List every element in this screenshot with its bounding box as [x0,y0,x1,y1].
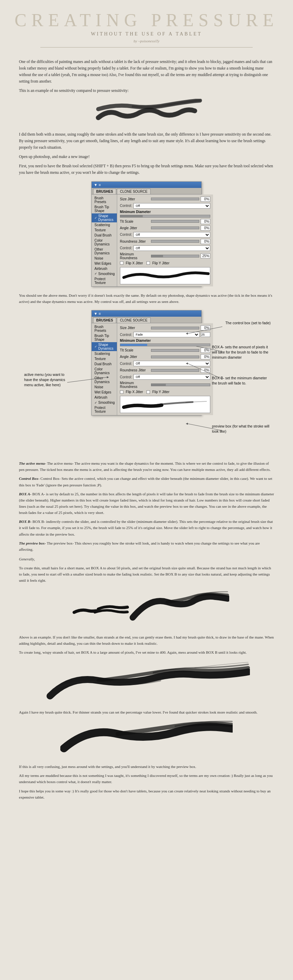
box-b-bold: BOX B- [19,519,31,523]
ps-item-noise-2[interactable]: Noise [92,385,117,390]
ps-min-round-slider-1[interactable]: 25% [151,253,210,259]
ps-control-select-1[interactable]: Off Fade Pen Pressure [133,203,210,208]
ps-control-row3-1: Control: Off [120,245,210,251]
ps-min-diam-slider-1[interactable] [120,215,210,218]
generally-text: To create thin, small hairs for a short … [19,565,274,584]
ps-item-wet-edges-1[interactable]: Wet Edges [92,261,117,266]
ps-panel-2-tabs[interactable]: BRUSHES CLONE SOURCE [92,317,201,323]
ps-item-other-dyn-1[interactable]: Other Dynamics [92,247,117,256]
ps-item-texture-1[interactable]: Texture [92,228,117,233]
page-wrapper: CREATING PRESSURE WITHOUT THE USE OF A T… [0,0,293,821]
ps-min-diam-slider-2[interactable] [120,344,210,346]
author-text: by ~poisonessiTy [14,39,279,43]
ps-angle-value-2: 0% [201,354,210,360]
generally-italic: Generally, [19,557,35,561]
ps-item-texture-2[interactable]: Texture [92,356,117,361]
ps-min-diam-track-2 [120,344,210,346]
ps-item-smoothing-1[interactable]: Smoothing [92,271,117,277]
ps-fade-number-input-2[interactable] [201,332,210,337]
ps-round-label-1: Roundness Jitter [120,240,151,243]
main-title: CREATING PRESSURE [14,10,279,30]
ps-min-round-slider-2[interactable] [151,383,210,386]
ps-item-scattering-2[interactable]: Scattering [92,351,117,356]
ps-angle-label-1: Angle Jitter [120,226,151,230]
ps-item-airbrush-1[interactable]: Airbrush [92,266,117,271]
ps-flip-x-checkbox-1[interactable] [120,261,123,265]
ps-tab-clone-2[interactable]: CLONE SOURCE [117,317,151,323]
ps-tab-brushes-2[interactable]: BRUSHES [93,317,116,323]
ps-item-color-dyn-2[interactable]: Color Dynamics [92,367,117,375]
ps-item-other-dyn-2[interactable]: Other Dynamics [92,375,117,385]
ps-item-brush-tip-1[interactable]: Brush Tip Shape [92,204,117,213]
ps-control-fade-select-2[interactable]: Fade Off [133,332,200,337]
box-a-desc: BOX A- BOX A- is set by default to 25, t… [19,491,274,516]
ps-control-row3-2: Control: Off [120,374,210,380]
descriptions-section: The active menu- The active menu- The ac… [19,460,274,552]
ps-item-brush-tip-2[interactable]: Brush Tip Shape [92,333,117,342]
ps-min-round-track-2 [151,383,210,386]
active-menu-bold: The active menu- [19,461,46,465]
ps-tilt-scale-label-2: Tlt Scale [120,348,151,352]
ps-control-label2-1: Control: [120,233,132,237]
ps-item-smoothing-2[interactable]: Smoothing [92,400,117,405]
ps-right-panel-2: Size Jitter 0% Control: Fade O [117,323,213,415]
ps-flip-x-label-2: Flip X Jitter [126,390,143,394]
annotation-box-a: BOX A- sets the amount of pixels it will… [212,345,271,360]
ps-item-brush-presets-2[interactable]: Brush Presets [92,324,117,333]
ps-control-label3-2: Control: [120,375,132,379]
ps-control-select2-1[interactable]: Off [133,232,210,237]
ps-control-select3-1[interactable]: Off [133,245,210,251]
ps-panel-1-wrapper: ▼ ≡ BRUSHES CLONE SOURCE Brush Presets B… [19,181,274,287]
ps-item-scattering-1[interactable]: Scattering [92,223,117,228]
intro-p2: This is an example of no sensitivity com… [19,88,274,94]
generally-section: Generally, To create thin, small hairs f… [19,556,274,584]
ps-control-row2-1: Control: Off [120,232,210,237]
bottom-text-section: Again I have my brush quite thick. For t… [19,709,274,715]
ps-size-jitter-slider-1[interactable]: 0% [151,197,210,202]
ps-item-protect-tex-2[interactable]: Protect Texture [92,405,117,414]
ps-item-color-dyn-1[interactable]: Color Dynamics [92,238,117,247]
ps-flip-y-checkbox-1[interactable] [146,261,150,265]
ps-tilt-slider-2[interactable]: 0% [151,348,210,353]
active-menu-desc: The active menu- The active menu- The ac… [19,460,274,473]
ps-tilt-value-2: 0% [201,348,210,353]
intro-p5: First, you need to have the Brush tool s… [19,163,274,176]
main-content: One of the difficulties of painting mane… [0,55,293,807]
generally-label: Generally, [19,556,274,562]
ps-item-shape-dyn-2[interactable]: Shape Dynamics [92,342,117,351]
ps-left-panel-2: Brush Presets Brush Tip Shape Shape Dyna… [92,323,117,415]
ps-item-airbrush-2[interactable]: Airbrush [92,395,117,400]
ps-round-slider-2[interactable]: 0% [151,368,210,373]
thick-text: Again I have my brush quite thick. For t… [19,709,274,715]
ps-tilt-slider-1[interactable]: 0% [151,219,210,224]
ps-item-wet-edges-2[interactable]: Wet Edges [92,390,117,395]
ps-panel-1-tabs[interactable]: BRUSHES CLONE SOURCE [92,188,201,194]
ps-round-track-1 [151,240,199,243]
ps-control-select2-2[interactable]: Off [133,361,210,366]
ps-tilt-value-1: 0% [201,219,210,224]
ps-size-jitter-slider-2[interactable]: 0% [151,325,210,331]
ps-flip-x-checkbox-2[interactable] [120,390,123,394]
ps-angle-slider-1[interactable]: 0% [151,226,210,231]
ps-control-select3-2[interactable]: Off [133,374,210,380]
ps-flip-row-2: Flip X Jitter Flip Y Jitter [120,390,210,394]
ps-item-shape-dyn-1[interactable]: Shape Dynamics [92,213,117,223]
ps-round-slider-1[interactable]: 0% [151,239,210,244]
intro-p4: Open up photoshop, and make a new image! [19,154,274,160]
ps-angle-slider-2[interactable]: 0% [151,354,210,360]
ps-tab-clone-1[interactable]: CLONE SOURCE [117,189,151,194]
ps-min-diameter-title-2: Minimum Diameter [120,339,210,342]
ps-control-fade-row-2: Control: Fade Off [120,332,210,337]
ps-item-dual-brush-1[interactable]: Dual Brush [92,233,117,238]
preview-box-bold: The preview box- [19,541,46,545]
hope-text: I hope this helps you in some way :) It'… [19,788,274,800]
ps-item-protect-tex-1[interactable]: Protect Texture [92,277,117,285]
ps-item-brush-presets-1[interactable]: Brush Presets [92,196,117,204]
ps-item-noise-1[interactable]: Noise [92,256,117,261]
ps-min-round-track-1 [151,255,199,258]
ps-item-dual-brush-2[interactable]: Dual Brush [92,361,117,367]
box-a-bold: BOX A- [19,492,31,496]
ps-flip-y-checkbox-2[interactable] [146,390,150,394]
ps-tab-brushes-1[interactable]: BRUSHES [93,189,116,194]
ps-tilt-scale-label-1: Tlt Scale [120,220,151,223]
